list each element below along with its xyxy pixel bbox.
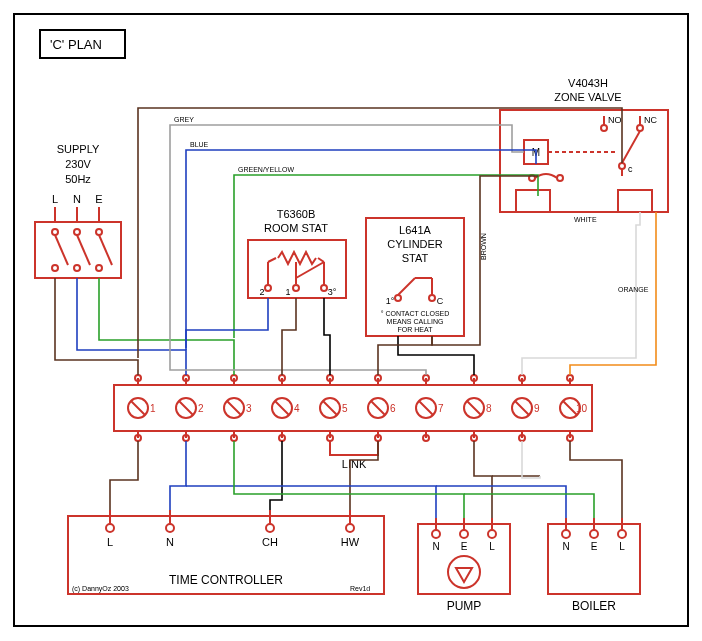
- boiler-L: L: [619, 541, 625, 552]
- svg-point-115: [460, 530, 468, 538]
- svg-line-34: [622, 131, 640, 163]
- term8: 8: [486, 403, 492, 414]
- svg-line-26: [398, 278, 415, 295]
- svg-marker-121: [456, 568, 472, 582]
- pump-name: PUMP: [447, 599, 482, 613]
- svg-point-124: [590, 530, 598, 538]
- supply-block: SUPPLY 230V 50Hz L N E: [35, 143, 121, 278]
- svg-line-55: [371, 401, 385, 415]
- svg-point-18: [321, 285, 327, 291]
- cylstat-model: L641A: [399, 224, 431, 236]
- svg-point-17: [293, 285, 299, 291]
- pump-E: E: [461, 541, 468, 552]
- svg-point-25: [429, 295, 435, 301]
- svg-point-114: [432, 530, 440, 538]
- term4: 4: [294, 403, 300, 414]
- svg-rect-42: [618, 190, 652, 212]
- svg-point-16: [265, 285, 271, 291]
- tc-HW: HW: [341, 536, 360, 548]
- cylstat-note3: FOR HEAT: [398, 326, 434, 333]
- svg-line-22: [318, 258, 324, 262]
- pump-N: N: [432, 541, 439, 552]
- zv-name: ZONE VALVE: [554, 91, 621, 103]
- svg-point-105: [106, 524, 114, 532]
- svg-rect-3: [35, 222, 121, 278]
- tc-N: N: [166, 536, 174, 548]
- svg-point-7: [52, 265, 58, 271]
- wirelabel-orange: ORANGE: [618, 286, 649, 293]
- svg-point-106: [166, 524, 174, 532]
- supply-L: L: [52, 193, 58, 205]
- term9: 9: [534, 403, 540, 414]
- boiler-N: N: [562, 541, 569, 552]
- term3: 3: [246, 403, 252, 414]
- copyright-text: (c) DannyOz 2003: [72, 585, 129, 593]
- term1: 1: [150, 403, 156, 414]
- title-text: 'C' PLAN: [50, 37, 102, 52]
- wirelabel-grey: GREY: [174, 116, 194, 123]
- svg-point-6: [96, 229, 102, 235]
- zv-NC: NC: [644, 115, 657, 125]
- zv-model: V4043H: [568, 77, 608, 89]
- term6: 6: [390, 403, 396, 414]
- cylinder-stat-block: L641A CYLINDER STAT 1° C ° CONTACT CLOSE…: [366, 218, 464, 336]
- svg-point-9: [96, 265, 102, 271]
- svg-line-47: [179, 401, 193, 415]
- svg-line-10: [55, 235, 68, 265]
- roomstat-pin2: 2: [259, 287, 264, 297]
- svg-line-45: [131, 401, 145, 415]
- tc-L: L: [107, 536, 113, 548]
- svg-point-4: [52, 229, 58, 235]
- tc-name: TIME CONTROLLER: [169, 573, 283, 587]
- wiring-diagram: 'C' PLAN SUPPLY 230V 50Hz L N E T6360B R…: [0, 0, 702, 641]
- rev-text: Rev1d: [350, 585, 370, 592]
- wirelabel-brown: BROWN: [480, 233, 487, 260]
- roomstat-pin3: 3°: [328, 287, 337, 297]
- svg-point-108: [346, 524, 354, 532]
- svg-point-32: [637, 125, 643, 131]
- cylstat-note1: ° CONTACT CLOSED: [381, 310, 450, 317]
- svg-line-12: [99, 235, 112, 265]
- svg-point-5: [74, 229, 80, 235]
- supply-title: SUPPLY: [57, 143, 100, 155]
- roomstat-model: T6360B: [277, 208, 316, 220]
- zv-c: c: [628, 164, 633, 174]
- zv-NO: NO: [608, 115, 622, 125]
- supply-E: E: [95, 193, 102, 205]
- svg-line-20: [268, 258, 276, 262]
- svg-point-31: [601, 125, 607, 131]
- svg-rect-41: [516, 190, 550, 212]
- svg-point-125: [618, 530, 626, 538]
- cylstat-pinC: C: [437, 296, 444, 306]
- supply-voltage: 230V: [65, 158, 91, 170]
- term7: 7: [438, 403, 444, 414]
- term10: 10: [576, 403, 588, 414]
- boiler-E: E: [591, 541, 598, 552]
- svg-line-63: [563, 401, 577, 415]
- svg-point-123: [562, 530, 570, 538]
- pump-L: L: [489, 541, 495, 552]
- svg-line-61: [515, 401, 529, 415]
- term2: 2: [198, 403, 204, 414]
- svg-line-49: [227, 401, 241, 415]
- cylstat-name2: STAT: [402, 252, 429, 264]
- boiler-name: BOILER: [572, 599, 616, 613]
- wirelabel-white: WHITE: [574, 216, 597, 223]
- pump-block: N E L PUMP: [418, 518, 510, 613]
- roomstat-name: ROOM STAT: [264, 222, 328, 234]
- room-stat-block: T6360B ROOM STAT 2 1 3°: [248, 208, 346, 298]
- cylstat-pin1: 1°: [386, 296, 395, 306]
- svg-point-33: [619, 163, 625, 169]
- cylstat-note2: MEANS CALLING: [387, 318, 444, 325]
- supply-freq: 50Hz: [65, 173, 91, 185]
- wirelabel-blue: BLUE: [190, 141, 209, 148]
- svg-line-53: [323, 401, 337, 415]
- roomstat-pin1: 1: [285, 287, 290, 297]
- svg-line-57: [419, 401, 433, 415]
- svg-point-116: [488, 530, 496, 538]
- svg-line-51: [275, 401, 289, 415]
- outer-frame: [14, 14, 688, 626]
- boiler-block: N E L BOILER: [548, 518, 640, 613]
- time-controller-block: L N CH HW TIME CONTROLLER: [68, 510, 384, 594]
- svg-line-59: [467, 401, 481, 415]
